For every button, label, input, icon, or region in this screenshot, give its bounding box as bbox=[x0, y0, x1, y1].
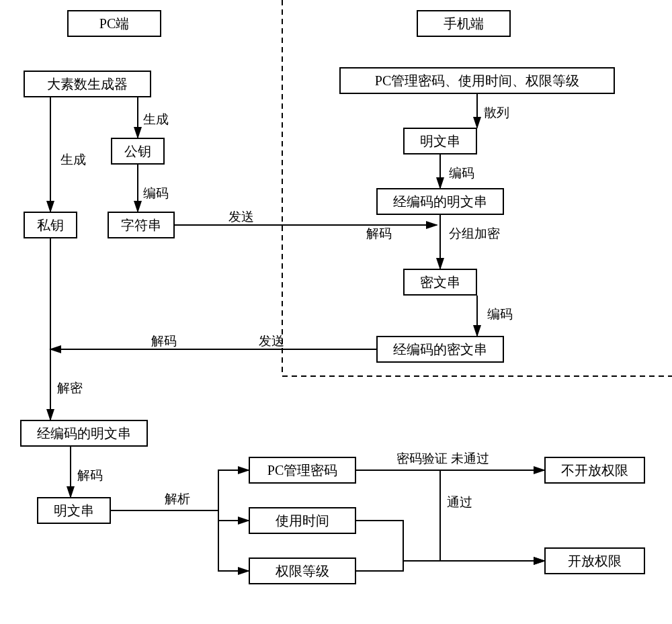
grant-box: 开放权限 bbox=[544, 547, 645, 574]
public-key-box: 公钥 bbox=[111, 138, 165, 165]
diagram-canvas: PC端 手机端 大素数生成器 公钥 私钥 字符串 PC管理密码、使用时间、权限等… bbox=[0, 0, 672, 624]
generate-label-2: 生成 bbox=[143, 111, 169, 128]
private-key-box: 私钥 bbox=[24, 212, 77, 238]
pc-password-box: PC管理密码 bbox=[249, 457, 356, 484]
parse-label: 解析 bbox=[165, 490, 190, 508]
permission-level-box: 权限等级 bbox=[249, 558, 356, 584]
hash-label: 散列 bbox=[484, 104, 509, 122]
pc-plaintext-box: 明文串 bbox=[37, 497, 111, 524]
decrypt-label: 解密 bbox=[57, 380, 83, 397]
phone-side-title: 手机端 bbox=[417, 10, 511, 37]
group-encrypt-label: 分组加密 bbox=[449, 225, 500, 242]
generate-label-1: 生成 bbox=[60, 151, 86, 169]
string-box: 字符串 bbox=[108, 212, 175, 238]
pass-label: 通过 bbox=[447, 494, 472, 511]
pc-encoded-plaintext-box: 经编码的明文串 bbox=[20, 420, 148, 447]
deny-box: 不开放权限 bbox=[544, 457, 645, 484]
phone-input-box: PC管理密码、使用时间、权限等级 bbox=[339, 67, 615, 94]
ciphertext-box: 密文串 bbox=[403, 269, 477, 296]
decode-label-phone: 解码 bbox=[366, 225, 392, 242]
phone-encoded-plaintext-box: 经编码的明文串 bbox=[376, 188, 504, 215]
phone-plaintext-box: 明文串 bbox=[403, 128, 477, 154]
encode-label-3: 编码 bbox=[487, 306, 513, 323]
decode-label-send: 解码 bbox=[151, 332, 177, 350]
encode-label-1: 编码 bbox=[143, 185, 169, 202]
prime-generator-box: 大素数生成器 bbox=[24, 71, 151, 97]
decode-label-2: 解码 bbox=[77, 467, 103, 484]
encoded-ciphertext-box: 经编码的密文串 bbox=[376, 336, 504, 363]
encode-label-2: 编码 bbox=[449, 165, 474, 182]
send-label-1: 发送 bbox=[228, 208, 254, 226]
pc-side-title: PC端 bbox=[67, 10, 161, 37]
send-label-2: 发送 bbox=[259, 332, 284, 350]
usage-time-box: 使用时间 bbox=[249, 507, 356, 534]
verify-fail-label: 密码验证 未通过 bbox=[396, 450, 489, 467]
